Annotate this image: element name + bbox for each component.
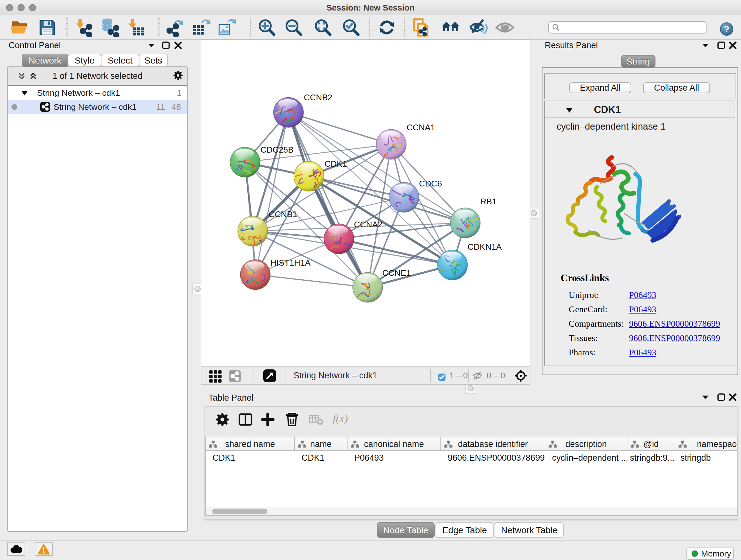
control-panel-collapse-icon[interactable] [146,40,156,51]
selected-nodes-checkbox[interactable] [438,372,446,384]
table-panel-collapse-icon[interactable] [700,392,711,402]
show-all-icon[interactable] [495,18,515,37]
network-node-CDC25B[interactable]: CDC25B [230,145,293,177]
column-header-database-identifier[interactable]: database identifier [441,437,545,451]
network-options-gear-icon[interactable] [173,70,183,80]
tab-network-table[interactable]: Network Table [495,522,564,538]
cloud-button[interactable] [7,543,25,556]
open-session-icon[interactable] [10,18,29,37]
column-header-name[interactable]: name [295,437,347,451]
network-canvas[interactable]: CCNB2CCNA1CDC25BCDK1CDC6RB1CCNB1CCNA2CDK… [201,40,530,366]
table-horizontal-scrollbar[interactable] [206,507,737,515]
results-panel-close-icon[interactable] [728,40,738,51]
tab-node-table[interactable]: Node Table [377,522,434,538]
table-cell[interactable]: CDK1 [295,451,347,465]
gene-collapse-icon[interactable] [566,107,573,114]
network-graph[interactable]: CCNB2CCNA1CDC25BCDK1CDC6RB1CCNB1CCNA2CDK… [201,40,530,366]
zoom-selected-icon[interactable] [341,18,360,37]
tab-style[interactable]: Style [68,54,102,67]
results-panel-collapse-icon[interactable] [700,40,711,51]
collection-expand-icon[interactable] [21,90,28,97]
network-node-HIST1H1A[interactable]: HIST1H1A [240,258,311,290]
network-row[interactable]: String Network – cdk1 11 48 [8,100,187,114]
title-bar[interactable]: Session: New Session [0,0,741,15]
table-cell[interactable]: stringdb [675,451,738,465]
table-panel-close-icon[interactable] [728,392,738,402]
table-cell[interactable]: stringdb:9... [627,451,675,465]
network-share-button[interactable] [228,370,241,385]
network-node-CDK1[interactable]: CDK1 [294,159,347,191]
network-edge[interactable] [255,274,367,287]
first-neighbors-icon[interactable] [441,18,460,37]
column-header-description[interactable]: description [545,437,627,451]
search-box[interactable] [548,21,706,34]
open-in-new-window-button[interactable] [263,369,276,385]
control-panel-close-icon[interactable] [173,40,183,51]
memory-button[interactable]: Memory [686,548,734,560]
tab-string[interactable]: String [621,55,656,68]
tab-sets[interactable]: Sets [139,54,168,67]
expand-all-button[interactable]: Expand All [569,82,631,93]
crosslink-link[interactable]: P06493 [629,302,657,316]
refresh-icon[interactable] [377,18,396,37]
zoom-fit-icon[interactable] [313,18,333,37]
create-column-icon[interactable] [260,412,275,427]
export-image-icon[interactable] [217,18,236,37]
network-node-CDC6[interactable]: CDC6 [389,179,442,212]
tab-select[interactable]: Select [101,54,139,67]
birdseye-grid-icon[interactable] [209,369,223,386]
network-node-CDKN1A[interactable]: CDKN1A [437,242,502,280]
zoom-in-icon[interactable] [257,18,276,37]
import-network-from-file-icon[interactable] [74,18,93,37]
collapse-all-button[interactable]: Collapse All [643,82,710,93]
network-node-RB1[interactable]: RB1 [450,197,496,238]
import-table-from-file-icon[interactable] [126,18,145,37]
warning-button[interactable] [35,543,53,556]
fit-selected-crosshair-icon[interactable] [515,369,527,385]
crosslink-link[interactable]: 9606.ENSP00000378699 [629,316,720,331]
column-header-namespace[interactable]: namespace [675,437,738,451]
network-view-toolbar: String Network – cdk1 1 – 0 0 – 0 [201,366,530,385]
save-session-icon[interactable] [38,18,57,37]
table-cell[interactable]: 9606.ENSP00000378699 [441,451,545,465]
column-header-shared-name[interactable]: shared name [206,437,295,451]
zoom-out-icon[interactable] [284,18,303,37]
gene-section-header[interactable]: CDK1 [545,101,735,118]
export-table-icon[interactable] [192,18,211,37]
table-cell[interactable]: CDK1 [206,451,295,465]
table-cell[interactable]: P06493 [347,451,441,465]
export-network-icon[interactable] [166,18,185,37]
memory-label: Memory [701,549,731,559]
tab-edge-table[interactable]: Edge Table [435,522,494,538]
tab-network[interactable]: Network [22,54,68,67]
network-selection-status: 1 of 1 Network selected [8,67,187,85]
control-panel-float-icon[interactable] [161,40,171,51]
clone-network-icon[interactable] [412,18,431,37]
help-button[interactable]: ? [720,22,733,36]
show-columns-icon[interactable] [238,412,253,427]
network-edge[interactable] [288,112,391,144]
node-label-CCNB2: CCNB2 [304,92,332,102]
search-input[interactable] [560,23,706,32]
crosslink-link[interactable]: P06493 [629,345,657,360]
crosslinks-section: CrossLinks Uniprot: P06493 GeneCard: P06… [545,272,735,360]
import-network-from-database-icon[interactable] [100,18,119,37]
scrollbar-thumb[interactable] [212,509,267,514]
table-options-gear-icon[interactable] [215,412,230,427]
column-header-canonical-name[interactable]: canonical name [347,437,441,451]
network-node-CCNA1[interactable]: CCNA1 [376,123,435,159]
network-node-CCNB2[interactable]: CCNB2 [273,92,332,127]
table-row[interactable]: CDK1CDK1P064939606.ENSP00000378699cyclin… [206,451,737,465]
table-panel-float-icon[interactable] [716,392,726,402]
hide-selected-icon[interactable] [468,18,488,37]
node-label-CCNA2: CCNA2 [354,220,382,229]
table-cell[interactable]: cyclin–dependent ... [545,451,627,465]
crosslink-link[interactable]: 9606.ENSP00000378699 [629,331,720,345]
results-panel-float-icon[interactable] [716,40,726,51]
network-collection-row[interactable]: String Network – cdk1 1 [8,86,187,100]
selected-counter: 1 – 0 [449,367,468,384]
column-tree-icon [678,440,687,448]
delete-column-icon[interactable] [284,412,300,427]
column-header--id[interactable]: @id [627,437,675,451]
crosslink-link[interactable]: P06493 [629,288,657,302]
